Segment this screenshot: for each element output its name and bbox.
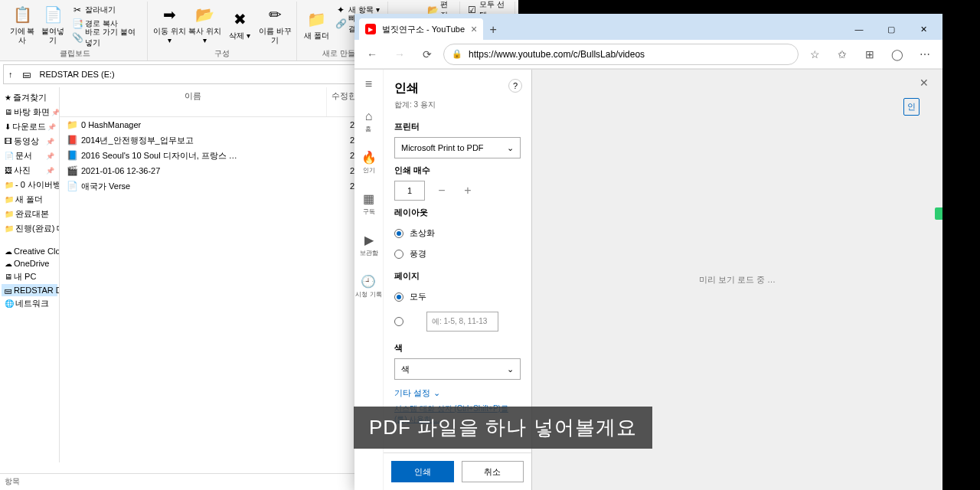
nav-item[interactable]: 🌐네트워크 xyxy=(2,296,57,311)
col-name[interactable]: 이름 xyxy=(60,87,327,116)
printer-select[interactable]: Microsoft Print to PDF ⌄ xyxy=(394,137,521,158)
copy-btn-icon: 📋 xyxy=(11,4,33,25)
yt-rail-icon: ≡ xyxy=(365,77,372,91)
pages-range-input[interactable]: 예: 1-5, 8, 11-13 xyxy=(426,312,498,332)
nav-up-icon[interactable]: ↑ xyxy=(4,65,18,83)
pages-custom-radio[interactable]: 예: 1-5, 8, 11-13 xyxy=(394,307,521,336)
pin-icon: 📌 xyxy=(47,123,56,131)
video-subtitle: PDF 파일을 하나 넣어볼게요 xyxy=(354,407,652,449)
nav-item-label: 즐겨찾기 xyxy=(13,92,47,103)
copies-label: 인쇄 매수 xyxy=(394,165,521,176)
nav-item-icon: 📁 xyxy=(5,224,14,233)
reload-button[interactable]: ⟳ xyxy=(416,43,439,66)
landscape-text: 풍경 xyxy=(410,248,426,260)
nav-item-icon: 🖥 xyxy=(5,108,12,116)
nav-item[interactable]: 📁- 0 사이버뱅크 207 xyxy=(2,178,57,192)
ribbon-btn-label: 삭제 ▾ xyxy=(229,31,250,41)
back-button[interactable]: ← xyxy=(361,43,384,66)
yt-rail-item[interactable]: ▶보관함 xyxy=(360,233,378,257)
rename-btn[interactable]: ✏이름 바꾸기 xyxy=(258,3,292,46)
nav-item-icon: ⬇ xyxy=(5,122,11,131)
cancel-button[interactable]: 취소 xyxy=(462,461,524,482)
small-item-icon: 📑 xyxy=(72,18,83,29)
ribbon-btn-label: 기에 복사 xyxy=(8,27,37,45)
nav-item-label: 다운로드 xyxy=(12,121,46,132)
layout-portrait-radio[interactable]: 초상화 xyxy=(394,223,521,243)
menu-icon[interactable]: ⋯ xyxy=(913,43,936,66)
profile-icon[interactable]: ◯ xyxy=(886,43,909,66)
delete-btn[interactable]: ✖삭제 ▾ xyxy=(223,3,256,46)
print-title: 인쇄 xyxy=(394,80,521,96)
print-footer: 인쇄 취소 xyxy=(384,452,531,490)
yt-rail-item[interactable]: 🕘시청 기록 xyxy=(355,274,381,299)
collections-icon[interactable]: ⊞ xyxy=(858,43,881,66)
file-icon: 📘 xyxy=(66,149,78,162)
nav-item[interactable]: 🖥바탕 화면📌 xyxy=(2,105,57,119)
nav-item[interactable]: 🎞동영상📌 xyxy=(2,134,57,149)
browser-tab[interactable]: ▶ 벌짓연구소 - YouTube × xyxy=(359,18,483,40)
nav-item[interactable]: 📄문서📌 xyxy=(2,149,57,163)
yt-rail-icon: ▦ xyxy=(363,191,374,206)
print-button[interactable]: 인쇄 xyxy=(391,461,454,482)
rename-btn-icon: ✏ xyxy=(264,4,286,25)
tab-strip: ▶ 벌짓연구소 - YouTube × + — ▢ ✕ xyxy=(354,14,942,40)
youtube-favicon-icon: ▶ xyxy=(365,24,376,34)
nav-item-icon: 📄 xyxy=(5,152,14,160)
nav-item-label: 사진 xyxy=(14,165,31,176)
new-folder-btn-icon: 📁 xyxy=(305,8,327,30)
yt-rail-item[interactable]: ≡ xyxy=(365,77,372,93)
maximize-button[interactable]: ▢ xyxy=(875,18,907,40)
nav-item[interactable]: ⬇다운로드📌 xyxy=(2,119,57,134)
ribbon-btn-label: 붙여넣기 xyxy=(38,27,67,45)
yt-rail-item[interactable]: ▦구독 xyxy=(363,191,375,216)
yt-rail-item[interactable]: ⌂홈 xyxy=(365,109,373,133)
new-tab-button[interactable]: + xyxy=(483,20,503,40)
minimize-button[interactable]: — xyxy=(843,18,875,40)
nav-item[interactable]: 📁새 폴더 xyxy=(2,192,57,207)
nav-item[interactable]: 🖴REDSTAR DES (E:) xyxy=(2,284,57,296)
nav-item[interactable]: 📁진행(완료) 대본 xyxy=(2,221,57,236)
nav-item[interactable]: 📁완료대본 xyxy=(2,207,57,221)
pages-all-radio[interactable]: 모두 xyxy=(394,286,521,307)
small-item-icon: 🔗 xyxy=(335,18,346,29)
nav-item[interactable]: 🖥내 PC xyxy=(2,270,57,284)
file-name: 2016 Seoul's 10 Soul 디자이너, 프랑스 … xyxy=(81,150,350,162)
color-select[interactable]: 색 ⌄ xyxy=(394,358,521,380)
ribbon-small-item[interactable]: ✂잘라내기 xyxy=(69,3,142,16)
new-folder-btn[interactable]: 📁새 폴더 xyxy=(302,3,331,46)
copies-increment[interactable]: + xyxy=(459,181,477,200)
layout-landscape-radio[interactable]: 풍경 xyxy=(394,243,521,264)
tab-close-icon[interactable]: × xyxy=(471,23,477,35)
paste-btn[interactable]: 📄붙여넣기 xyxy=(38,3,67,46)
nav-item[interactable]: ★즐겨찾기 xyxy=(2,90,57,105)
nav-item-label: 진행(완료) 대본 xyxy=(15,223,60,234)
nav-item-icon: 📁 xyxy=(5,181,14,189)
delete-btn-icon: ✖ xyxy=(229,8,250,30)
preview-loading-text: 미리 보기 로드 중 … xyxy=(699,274,776,286)
copy-to-btn[interactable]: 📂복사 위치 ▾ xyxy=(188,3,221,46)
favorite-icon[interactable]: ☆ xyxy=(803,43,826,66)
copy-btn[interactable]: 📋기에 복사 xyxy=(8,3,37,46)
nav-item[interactable]: ☁OneDrive xyxy=(2,257,57,270)
nav-item[interactable]: ☁Creative Cloud Files xyxy=(2,245,57,257)
url-input[interactable]: 🔒 https://www.youtube.com/c/BullsLab/vid… xyxy=(443,44,799,65)
yt-rail-item[interactable]: 🔥인기 xyxy=(361,150,377,175)
nav-item[interactable]: 🖼사진📌 xyxy=(2,163,57,178)
navigation-pane: ★즐겨찾기🖥바탕 화면📌⬇다운로드📌🎞동영상📌📄문서📌🖼사진📌📁- 0 사이버뱅… xyxy=(0,87,60,462)
portrait-text: 초상화 xyxy=(410,227,435,239)
copies-input[interactable] xyxy=(394,181,425,201)
login-button-peek[interactable]: 인 xyxy=(903,98,920,116)
favorites-bar-icon[interactable]: ✩ xyxy=(831,43,854,66)
overlay-close-icon[interactable]: ✕ xyxy=(916,75,932,90)
more-settings-toggle[interactable]: 기타 설정 ⌄ xyxy=(394,387,521,399)
move-btn[interactable]: ➡이동 위치 ▾ xyxy=(152,3,186,46)
small-item-icon: ✂ xyxy=(72,5,83,15)
close-button[interactable]: ✕ xyxy=(907,18,939,40)
yt-rail-label: 시청 기록 xyxy=(355,290,381,299)
ribbon-small-item[interactable]: 📎바로 가기 붙여넣기 xyxy=(69,31,142,44)
nav-item-label: 네트워크 xyxy=(15,298,49,309)
ribbon-group: 📋기에 복사📄붙여넣기✂잘라내기📑경로 복사📎바로 가기 붙여넣기클립보드 xyxy=(3,2,148,60)
copies-decrement[interactable]: − xyxy=(433,181,451,200)
nav-item-icon: 🖥 xyxy=(5,273,12,281)
help-button[interactable]: ? xyxy=(508,79,522,93)
